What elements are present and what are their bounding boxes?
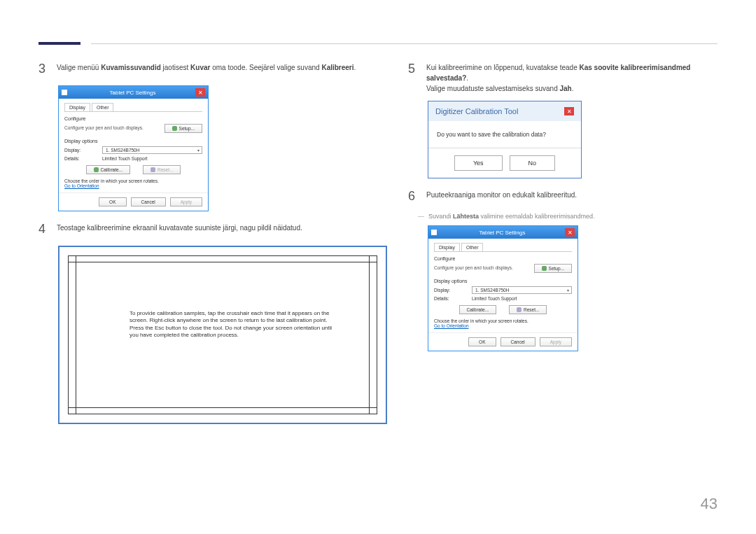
tablet-settings-dialog-2: Tablet PC Settings ✕ Display Other Confi… [428, 225, 578, 351]
apply-button[interactable]: Apply [170, 197, 202, 206]
header-rule [38, 42, 80, 45]
reset-button[interactable]: Reset... [143, 165, 181, 174]
no-button[interactable]: No [510, 155, 556, 171]
close-icon[interactable]: ✕ [195, 88, 205, 97]
dialog-title: Digitizer Calibration Tool [435, 107, 518, 115]
step-number: 3 [38, 59, 48, 78]
calibrate-button[interactable]: Calibrate... [86, 165, 130, 174]
gear-icon [542, 266, 547, 271]
window-title: Tablet PC Settings [70, 90, 195, 96]
tab-display[interactable]: Display [434, 243, 460, 251]
ok-button[interactable]: OK [99, 197, 126, 206]
tab-display[interactable]: Display [64, 103, 90, 111]
orientation-link[interactable]: Go to Orientation [434, 323, 572, 328]
confirm-message: Do you want to save the calibration data… [437, 131, 573, 138]
setup-button[interactable]: Setup... [164, 124, 202, 133]
apply-button[interactable]: Apply [540, 337, 572, 346]
header-line [91, 43, 718, 44]
calibration-screen: To provide calibration samples, tap the … [58, 246, 387, 424]
page-number: 43 [701, 495, 718, 513]
setup-button[interactable]: Setup... [534, 264, 572, 273]
window-icon [431, 230, 437, 235]
step-6: 6 Puuteekraaniga monitor on edukalt kali… [408, 187, 718, 206]
calibrate-button[interactable]: Calibrate... [459, 305, 496, 314]
tab-other[interactable]: Other [92, 103, 114, 111]
configure-label: Configure [64, 116, 202, 121]
tab-other[interactable]: Other [461, 243, 484, 251]
ok-button[interactable]: OK [468, 337, 496, 346]
target-icon [94, 167, 99, 172]
calibration-instructions: To provide calibration samples, tap the … [130, 310, 332, 339]
close-icon[interactable]: ✕ [565, 228, 575, 237]
cancel-button[interactable]: Cancel [500, 337, 536, 346]
step-5: 5 Kui kalibreerimine on lõppenud, kuvata… [408, 59, 718, 94]
refresh-icon [517, 307, 522, 312]
yes-button[interactable]: Yes [454, 155, 503, 171]
gear-icon [172, 126, 177, 131]
cancel-button[interactable]: Cancel [131, 197, 166, 206]
step-3: 3 Valige menüü Kuvamissuvandid jaotisest… [38, 59, 387, 78]
step-4: 4 Teostage kalibreerimine ekraanil kuvat… [38, 220, 387, 239]
tablet-settings-dialog: Tablet PC Settings ✕ Display Other Confi… [58, 85, 209, 211]
reset-button[interactable]: Reset... [509, 305, 547, 314]
orientation-link[interactable]: Go to Orientation [64, 183, 202, 188]
window-icon [62, 90, 67, 95]
refresh-icon [150, 167, 155, 172]
confirm-dialog: Digitizer Calibration Tool ✕ Do you want… [428, 101, 582, 178]
close-icon[interactable]: ✕ [564, 107, 574, 115]
display-select[interactable]: 1. SMS24B750H [472, 286, 572, 294]
reset-note: ― Suvandi Lähtesta valimine eemaldab kal… [418, 213, 718, 220]
display-select[interactable]: 1. SMS24B750H [102, 146, 202, 154]
